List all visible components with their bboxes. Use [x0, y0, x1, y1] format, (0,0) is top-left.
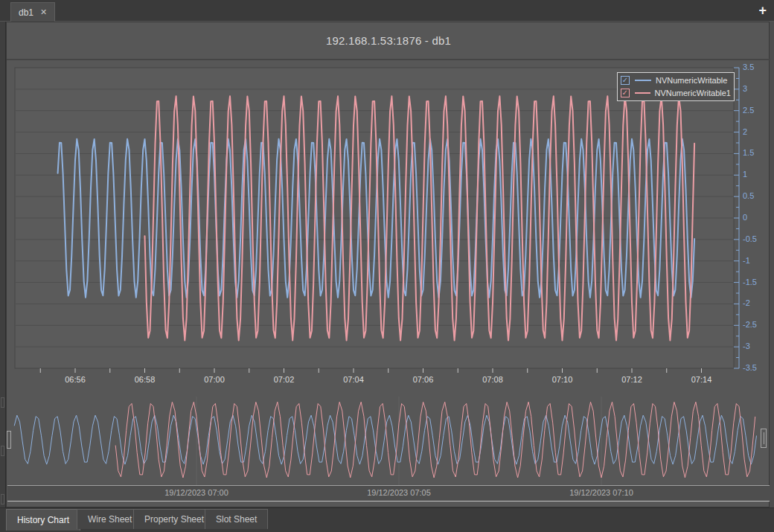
x-tick-label: 07:08: [482, 375, 503, 384]
bottom-tab-bar: History Chart Wire Sheet Property Sheet …: [0, 507, 774, 532]
chart-legend: ✓ NVNumericWritable ✓ NVNumericWritable1: [617, 72, 735, 101]
top-tab-bar: db1 ✕ +: [0, 0, 774, 22]
history-chart-view: 192.168.1.53:1876 - db1 06:5606:5807:000…: [6, 22, 770, 507]
y-tick-label: 0: [743, 213, 747, 222]
y-tick-label: -1.5: [743, 278, 757, 286]
check-icon: ✓: [622, 89, 628, 97]
y-tick-label: 1.5: [743, 148, 754, 157]
overview-right-handle[interactable]: [761, 429, 767, 448]
y-tick-label: -3: [743, 342, 750, 350]
y-tick-label: 2.5: [743, 106, 754, 115]
legend-item: ✓ NVNumericWritable: [621, 74, 731, 86]
splitter-grip: [1, 494, 4, 504]
y-tick-label: 3.5: [743, 63, 754, 71]
x-tick-label: 07:00: [204, 375, 225, 384]
overview-date-label: 19/12/2023 07:10: [569, 488, 633, 497]
y-tick-label: -2: [743, 298, 750, 307]
y-tick-label: -0.5: [743, 234, 757, 243]
tab-history-chart[interactable]: History Chart: [6, 509, 80, 531]
x-tick-label: 07:02: [274, 375, 295, 384]
overview-left-handle[interactable]: [7, 431, 11, 449]
y-tick-label: 3: [743, 84, 747, 93]
x-tick-label: 07:10: [552, 375, 573, 384]
legend-label: NVNumericWritable: [656, 76, 727, 85]
legend-line-sample: [635, 80, 651, 81]
x-tick-label: 06:58: [135, 375, 156, 384]
overview-series-NVNumericWritable1: [115, 402, 755, 478]
legend-item: ✓ NVNumericWritable1: [621, 87, 731, 99]
x-tick-label: 06:56: [65, 375, 86, 384]
splitter-grip: [1, 397, 4, 408]
handle-grip: [764, 432, 764, 444]
x-tick-label: 07:14: [691, 375, 712, 384]
x-tick-label: 07:04: [343, 375, 364, 384]
x-tick-label: 07:12: [621, 375, 642, 384]
new-tab-button[interactable]: +: [758, 3, 767, 18]
y-tick-label: -1: [743, 256, 750, 265]
y-tick-label: -3.5: [743, 363, 757, 372]
x-tick-label: 07:06: [413, 375, 434, 384]
splitter-grip: [1, 446, 4, 456]
close-icon[interactable]: ✕: [40, 7, 47, 17]
legend-line-sample: [635, 92, 650, 94]
overview-date-bar: 19/12/2023 07:0019/12/2023 07:0519/12/20…: [7, 485, 770, 501]
y-tick-label: -2.5: [743, 320, 757, 329]
legend-checkbox-nvnumericwritable[interactable]: ✓: [621, 76, 630, 85]
tab-db1[interactable]: db1 ✕: [10, 2, 55, 22]
check-icon: ✓: [622, 77, 628, 84]
legend-checkbox-nvnumericwritable1[interactable]: ✓: [621, 89, 630, 97]
tab-slot-sheet[interactable]: Slot Sheet: [205, 509, 268, 529]
overview-date-label: 19/12/2023 07:00: [164, 488, 228, 497]
tab-property-sheet[interactable]: Property Sheet: [133, 509, 215, 529]
app-window: db1 ✕ + 192.168.1.53:1876 - db1 06:5606:…: [0, 0, 774, 532]
y-tick-label: 2: [743, 127, 747, 136]
tab-db1-label: db1: [19, 7, 33, 18]
legend-label: NVNumericWritable1: [655, 89, 732, 97]
y-tick-label: 0.5: [743, 191, 754, 200]
overview-date-label: 19/12/2023 07:05: [367, 488, 431, 497]
y-tick-label: 1: [743, 170, 747, 179]
left-splitter[interactable]: [0, 22, 6, 532]
